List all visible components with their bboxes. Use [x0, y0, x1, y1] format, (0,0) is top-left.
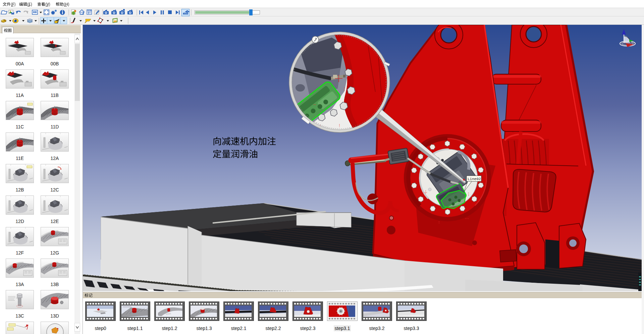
svg-text:Line02: Line02: [468, 177, 481, 181]
svg-text:BOM: BOM: [88, 10, 92, 12]
